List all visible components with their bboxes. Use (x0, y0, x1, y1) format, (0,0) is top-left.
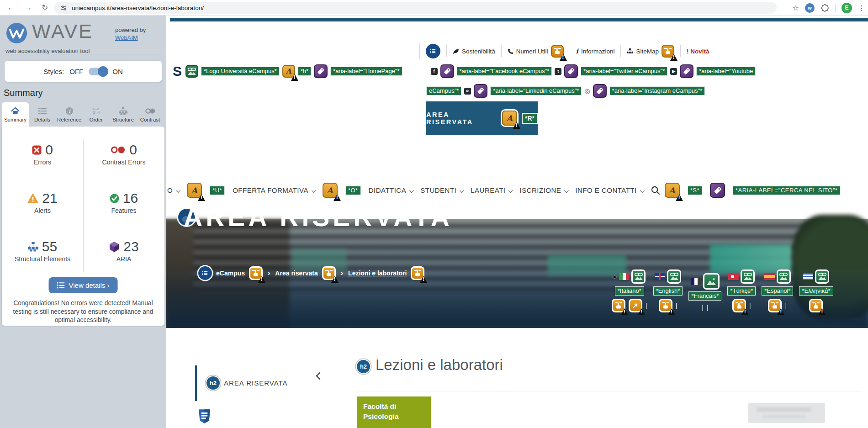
reload-icon[interactable]: ↻ (38, 1, 51, 14)
wave-linked-image-icon[interactable] (815, 269, 829, 284)
wave-alt-alert-icon[interactable]: A (502, 111, 517, 126)
extensions-puzzle-icon[interactable] (820, 4, 829, 12)
faculty-line1: Facoltà di (363, 402, 424, 412)
accessibility-menu-icon[interactable] (426, 44, 440, 58)
wave-event-alert-icon[interactable] (551, 45, 564, 58)
tab-order[interactable]: 1→23→4 Order (83, 102, 110, 127)
wave-redundant-link-icon[interactable] (612, 299, 625, 312)
nav-sitemap[interactable]: SiteMap (627, 45, 674, 58)
stat-errors: 0 Errors (2, 137, 83, 186)
nav-item-didattica[interactable]: DIDATTICA (369, 186, 413, 194)
toggle-knob[interactable] (98, 66, 108, 77)
tab-summary[interactable]: Summary (2, 102, 29, 127)
youtube-icon[interactable]: ▶ (670, 68, 677, 75)
view-details-button[interactable]: View details › (49, 277, 118, 293)
instagram-icon[interactable]: ◎ (584, 87, 590, 95)
stats-grid: 0 Errors 0 Contrast Errors 21 Alerts 16 … (2, 137, 164, 283)
breadcrumb-lezioni[interactable]: Lezioni e laboratori (348, 269, 407, 277)
wave-image-icon[interactable] (703, 273, 720, 290)
site-settings-icon[interactable] (60, 5, 67, 11)
linkedin-icon[interactable]: in (464, 88, 471, 95)
bookmark-star-icon[interactable]: ☆ (793, 4, 799, 12)
wave-aria-label-icon[interactable] (564, 64, 578, 78)
wave-label-logo: *Logo Università eCampus* (201, 67, 280, 76)
facebook-icon[interactable]: f (431, 68, 438, 75)
wave-aria-label-icon[interactable] (440, 64, 454, 78)
wave-redundant-link-icon[interactable] (411, 266, 424, 280)
menu-kebab-icon[interactable]: ⋮ (858, 4, 865, 12)
twitter-icon[interactable]: t (555, 68, 561, 75)
flag-turkey-icon[interactable] (728, 273, 739, 280)
logo-partial-letter: S (173, 63, 182, 79)
breadcrumb-ecampus[interactable]: eCampus (216, 269, 245, 277)
wave-label-youtube-part1: *aria-label="Youtube (696, 67, 756, 76)
search-icon[interactable] (651, 186, 660, 195)
wave-aria-label-icon[interactable] (593, 84, 607, 98)
forward-icon[interactable]: → (22, 1, 35, 14)
wave-linked-image-icon[interactable] (777, 269, 791, 284)
wave-extension-icon[interactable]: w (805, 3, 815, 13)
styles-toggle[interactable] (89, 68, 107, 75)
faculty-psicologia-tile[interactable]: Facoltà di Psicologia (357, 396, 431, 428)
flag-italy-icon[interactable] (619, 273, 630, 280)
nav-item-offerta-formativa[interactable]: OFFERTA FORMATIVA (233, 186, 315, 194)
wave-label-facebook: *aria-label="Facebook eCampus"* (457, 67, 552, 76)
wave-linked-image-icon[interactable] (631, 269, 646, 284)
collapse-sidebar-icon[interactable] (316, 372, 324, 380)
nav-item-laureati[interactable]: LAUREATI (471, 186, 512, 194)
flag-uk-icon[interactable] (655, 273, 665, 280)
wave-linked-image-icon[interactable] (185, 65, 198, 78)
webaim-link[interactable]: WebAIM (115, 34, 138, 41)
nav-item-info-contatti[interactable]: INFO E CONTATTI (575, 186, 643, 194)
nav-sostenibilita[interactable]: Sostenibilità (453, 48, 495, 55)
page-title: Lezioni e laboratori (376, 356, 503, 374)
warning-triangle-icon (777, 308, 784, 315)
wave-redundant-link-icon[interactable] (732, 299, 746, 312)
wave-redundant-link-icon[interactable] (659, 299, 672, 312)
header-annotations-row: S *Logo Università eCampus* A *h* *aria-… (173, 63, 756, 79)
wave-aria-label-icon[interactable] (710, 183, 725, 198)
wave-alt-alert-icon[interactable]: A (665, 183, 680, 198)
wave-aria-label-icon[interactable] (680, 64, 693, 78)
nav-novita[interactable]: ! Novità (687, 48, 709, 55)
wave-redundant-link-icon[interactable] (809, 299, 823, 312)
nav-numeri-utili[interactable]: Numeri Utili (508, 45, 564, 58)
url-text[interactable]: uniecampus.it/area-riservata/lezioni-e-l… (72, 5, 204, 11)
tab-reference[interactable]: i Reference (56, 102, 83, 127)
tab-structure[interactable]: Structure (110, 102, 137, 127)
flag-greece-icon[interactable] (803, 273, 813, 280)
wave-alt-alert-icon[interactable]: A (187, 183, 202, 198)
nav-item-iscrizione[interactable]: ISCRIZIONE (519, 186, 567, 194)
separator: | (707, 304, 709, 311)
breadcrumb-area-riservata[interactable]: Area riservata (275, 269, 318, 277)
wave-new-window-icon[interactable] (629, 299, 642, 312)
area-riservata-button[interactable]: AREA RISERVATA A *R* (426, 101, 538, 135)
wave-redundant-link-icon[interactable] (322, 266, 336, 280)
profile-avatar[interactable]: E (842, 3, 852, 13)
wave-aria-label-icon[interactable] (314, 64, 328, 78)
tab-contrast[interactable]: Contrast (137, 102, 164, 127)
wave-alt-alert-icon[interactable]: A (282, 65, 295, 78)
wave-event-alert-icon[interactable] (662, 45, 674, 58)
wave-linked-image-icon[interactable] (741, 269, 755, 284)
url-bar[interactable]: uniecampus.it/area-riservata/lezioni-e-l… (54, 2, 777, 14)
wave-h2-icon[interactable]: h2 (206, 376, 220, 390)
flag-france-icon[interactable] (691, 278, 701, 285)
back-icon[interactable]: ← (5, 1, 17, 14)
wave-list-structure-icon[interactable] (198, 409, 211, 424)
wave-label-cerca: *ARIA-LABEL="CERCA NEL SITO"* (733, 186, 841, 195)
tab-details[interactable]: Details (29, 102, 56, 127)
summary-heading: Summary (4, 88, 43, 98)
wave-redundant-link-icon[interactable] (768, 299, 782, 312)
wave-redundant-link-icon[interactable] (249, 266, 263, 280)
nav-item-studenti[interactable]: STUDENTI (420, 186, 463, 194)
wave-h2-icon[interactable]: h2 (357, 360, 370, 373)
wave-linked-image-icon[interactable] (667, 269, 681, 284)
breadcrumb-menu-icon[interactable] (198, 266, 212, 280)
wave-alt-alert-icon[interactable]: A (323, 183, 338, 198)
nav-informazioni[interactable]: i Informazioni (576, 48, 615, 55)
flag-spain-icon[interactable] (764, 273, 775, 280)
wave-aria-label-icon[interactable] (474, 84, 487, 98)
wave-label-homepage: *aria-label="HomePage"* (330, 67, 402, 76)
nav-item-partial[interactable]: O (167, 186, 179, 194)
